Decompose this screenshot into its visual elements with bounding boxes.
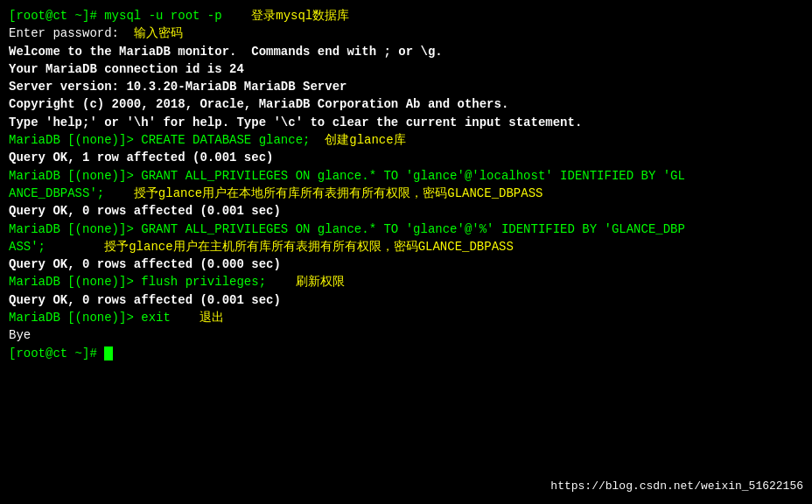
terminal-line: Query OK, 1 row affected (0.001 sec) xyxy=(9,149,803,166)
terminal-content: [root@ct ~]# mysql -u root -p 登录mysql数据库… xyxy=(9,7,803,362)
watermark: https://blog.csdn.net/weixin_51622156 xyxy=(550,479,803,495)
terminal-text: 刷新权限 xyxy=(296,275,345,289)
terminal-line: Your MariaDB connection id is 24 xyxy=(9,60,803,78)
terminal-line: [root@ct ~]# mysql -u root -p 登录mysql数据库 xyxy=(9,7,803,24)
terminal-text: MariaDB [(none)]> CREATE DATABASE glance… xyxy=(9,133,325,147)
terminal-text: Enter password: xyxy=(9,26,134,40)
terminal-text: ANCE_DBPASS'; xyxy=(9,186,134,200)
terminal-text: Query OK, 0 rows affected (0.001 sec) xyxy=(9,204,281,218)
terminal-line: ANCE_DBPASS'; 授予glance用户在本地所有库所有表拥有所有权限，… xyxy=(9,185,803,202)
terminal-line: MariaDB [(none)]> GRANT ALL_PRIVILEGES O… xyxy=(9,220,803,238)
terminal-text: 授予glance用户在本地所有库所有表拥有所有权限，密码GLANCE_DBPAS… xyxy=(134,186,543,200)
terminal-line: Type 'help;' or '\h' for help. Type '\c'… xyxy=(9,114,803,131)
terminal-text: MariaDB [(none)]> GRANT ALL_PRIVILEGES O… xyxy=(9,222,685,236)
terminal-text: Copyright (c) 2000, 2018, Oracle, MariaD… xyxy=(9,97,508,111)
terminal-text: MariaDB [(none)]> exit xyxy=(9,311,200,325)
terminal-line: MariaDB [(none)]> GRANT ALL_PRIVILEGES O… xyxy=(9,167,803,185)
terminal-text: 登录mysql数据库 xyxy=(222,9,350,23)
terminal-line: Copyright (c) 2000, 2018, Oracle, MariaD… xyxy=(9,95,803,113)
terminal-text: Type 'help;' or '\h' for help. Type '\c'… xyxy=(9,116,582,130)
terminal-window: [root@ct ~]# mysql -u root -p 登录mysql数据库… xyxy=(0,0,812,504)
terminal-line: ASS'; 授予glance用户在主机所有库所有表拥有所有权限，密码GLANCE… xyxy=(9,238,803,256)
terminal-text: Your MariaDB connection id is 24 xyxy=(9,62,244,76)
terminal-line: Query OK, 0 rows affected (0.001 sec) xyxy=(9,291,803,309)
terminal-text: Query OK, 0 rows affected (0.000 sec) xyxy=(9,257,281,271)
terminal-text: MariaDB [(none)]> GRANT ALL_PRIVILEGES O… xyxy=(9,169,685,183)
terminal-text: ASS'; xyxy=(9,240,104,254)
terminal-cursor xyxy=(104,346,113,360)
terminal-text: MariaDB [(none)]> flush privileges; xyxy=(9,275,296,289)
terminal-line: MariaDB [(none)]> exit 退出 xyxy=(9,309,803,326)
terminal-line: Bye xyxy=(9,326,803,344)
terminal-line: Query OK, 0 rows affected (0.001 sec) xyxy=(9,202,803,220)
terminal-text: 输入密码 xyxy=(134,26,183,40)
terminal-line: MariaDB [(none)]> CREATE DATABASE glance… xyxy=(9,131,803,149)
terminal-text: 创建glance库 xyxy=(325,133,405,147)
terminal-text: 退出 xyxy=(200,311,224,325)
terminal-line: MariaDB [(none)]> flush privileges; 刷新权限 xyxy=(9,273,803,290)
terminal-text: Bye xyxy=(9,328,31,342)
terminal-line: [root@ct ~]# xyxy=(9,345,803,362)
terminal-text: Welcome to the MariaDB monitor. Commands… xyxy=(9,45,443,59)
terminal-text: [root@ct ~]# mysql -u root -p xyxy=(9,9,222,23)
terminal-line: Server version: 10.3.20-MariaDB MariaDB … xyxy=(9,78,803,95)
terminal-text: [root@ct ~]# xyxy=(9,346,104,360)
terminal-line: Query OK, 0 rows affected (0.000 sec) xyxy=(9,256,803,273)
terminal-text: Query OK, 0 rows affected (0.001 sec) xyxy=(9,293,281,307)
terminal-line: Enter password: 输入密码 xyxy=(9,24,803,42)
terminal-text: Query OK, 1 row affected (0.001 sec) xyxy=(9,150,273,164)
terminal-line: Welcome to the MariaDB monitor. Commands… xyxy=(9,43,803,60)
terminal-text: 授予glance用户在主机所有库所有表拥有所有权限，密码GLANCE_DBPAS… xyxy=(104,240,514,254)
terminal-text: Server version: 10.3.20-MariaDB MariaDB … xyxy=(9,80,346,94)
